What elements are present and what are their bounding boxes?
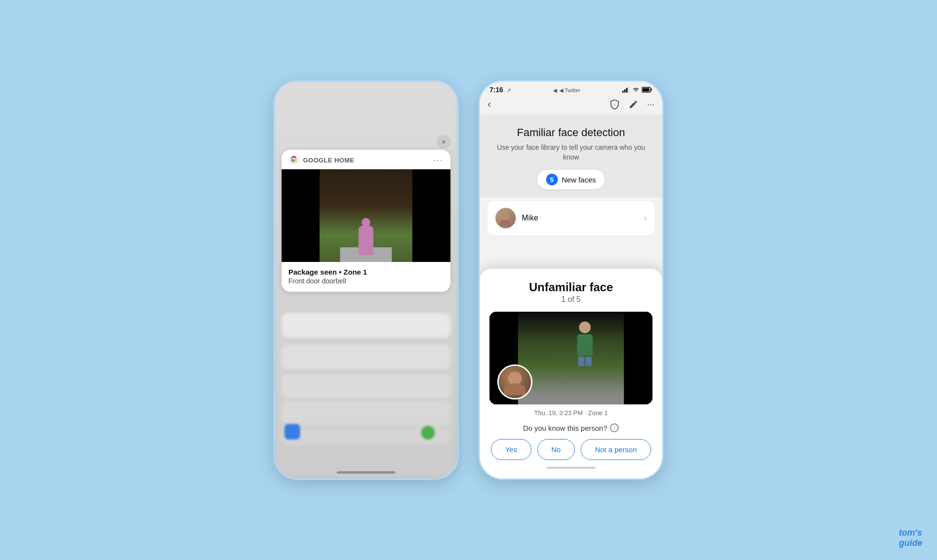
svg-rect-1: [624, 89, 626, 93]
scene-person-body: [577, 334, 593, 356]
modal-title: Unfamiliar face: [489, 280, 652, 294]
right-phone: 7:16 ↗ ◀ ◀ Twitter: [478, 80, 664, 480]
notification-image: [282, 169, 450, 262]
notification-card[interactable]: GOOGLE HOME ··· Package seen •: [282, 150, 450, 292]
scene-person-head: [579, 321, 591, 333]
left-phone: × GOOGLE HOME ···: [273, 80, 459, 480]
notification-header-left: GOOGLE HOME: [288, 155, 354, 165]
notification-subtitle: Front door doorbell: [288, 277, 444, 285]
close-icon: ×: [442, 138, 446, 146]
modal-image: [489, 312, 652, 404]
toms-guide-watermark: tom's guide: [899, 528, 922, 548]
scene-person-leg-right: [586, 357, 592, 366]
notif-left-black: [282, 169, 321, 262]
back-arrow-icon: ◀: [553, 87, 557, 93]
svg-rect-6: [642, 88, 649, 92]
modal-question-text: Do you know this person?: [523, 424, 608, 432]
not-a-person-button[interactable]: Not a person: [581, 439, 651, 460]
nav-actions: i ···: [609, 99, 654, 110]
blur-row-2: [282, 345, 450, 369]
blur-icon-1: [285, 424, 300, 440]
svg-point-8: [502, 212, 509, 220]
blur-row-4: [282, 401, 450, 425]
svg-rect-2: [626, 88, 628, 93]
new-faces-count: 5: [546, 174, 558, 185]
left-phone-inner: × GOOGLE HOME ···: [275, 81, 457, 479]
twitter-back: ◀ ◀ Twitter: [553, 85, 580, 94]
edit-icon[interactable]: [629, 100, 638, 109]
shield-icon[interactable]: i: [609, 99, 620, 110]
scene-person-legs: [578, 357, 592, 366]
modal-timestamp: Thu. 19, 3:23 PM · Zone 1: [489, 409, 652, 417]
new-faces-badge[interactable]: 5 New faces: [537, 170, 605, 189]
svg-point-9: [500, 220, 511, 226]
face-thumb-inner: [499, 366, 531, 398]
person-name-mike: Mike: [522, 214, 538, 222]
scene-person-leg-left: [578, 357, 585, 366]
modal-subtitle: 1 of 5: [489, 295, 652, 304]
right-phone-inner: 7:16 ↗ ◀ ◀ Twitter: [480, 81, 662, 479]
scene: × GOOGLE HOME ···: [273, 80, 664, 480]
modal-center-scene: [518, 312, 624, 404]
modal-actions: Yes No Not a person: [489, 439, 652, 460]
watermark-line2: guide: [899, 538, 922, 548]
google-home-icon: [288, 155, 299, 165]
wifi-icon: [632, 87, 639, 93]
notification-app-name: GOOGLE HOME: [303, 157, 354, 164]
face-thumbnail: [497, 364, 532, 400]
notif-center-scene: [320, 169, 412, 262]
more-options-icon[interactable]: ···: [647, 100, 654, 110]
unfamiliar-face-modal: Unfamiliar face 1 of 5: [480, 269, 662, 479]
svg-text:i: i: [614, 102, 615, 107]
face-detection-subtitle: Use your face library to tell your camer…: [489, 143, 652, 162]
modal-question: Do you know this person? i: [489, 423, 652, 432]
svg-rect-3: [628, 87, 630, 93]
svg-rect-0: [622, 91, 624, 93]
svg-rect-5: [651, 89, 652, 91]
person-silhouette: [359, 226, 373, 255]
signal-icon: [622, 87, 630, 93]
notification-title: Package seen • Zone 1: [288, 268, 444, 276]
new-faces-label: New faces: [562, 176, 596, 184]
home-indicator-right: [547, 467, 595, 469]
mike-avatar-icon: [498, 210, 513, 226]
status-time-group: 7:16 ↗: [489, 85, 511, 94]
notif-right-black: [411, 169, 450, 262]
info-icon[interactable]: i: [610, 423, 619, 432]
status-icons: [622, 87, 652, 93]
navigation-arrow-icon: ↗: [507, 87, 511, 93]
watermark-line1: tom's: [899, 528, 922, 538]
notification-text: Package seen • Zone 1 Front door doorbel…: [282, 262, 450, 292]
chevron-right-icon: ›: [644, 214, 647, 222]
yes-button[interactable]: Yes: [491, 439, 531, 460]
notification-header: GOOGLE HOME ···: [282, 150, 450, 169]
person-row-mike[interactable]: Mike ›: [488, 201, 654, 235]
notification-menu-icon[interactable]: ···: [433, 155, 444, 165]
face-detection-section: Familiar face detection Use your face li…: [480, 115, 662, 197]
top-nav: ‹ i ···: [480, 96, 662, 115]
person-avatar-mike: [495, 208, 516, 228]
status-bar: 7:16 ↗ ◀ ◀ Twitter: [480, 81, 662, 96]
battery-icon: [642, 87, 652, 93]
blur-row-3: [282, 374, 450, 399]
blur-icon-2: [421, 426, 435, 440]
close-button[interactable]: ×: [437, 135, 450, 149]
scene-person: [576, 321, 594, 360]
back-button[interactable]: ‹: [488, 98, 491, 111]
status-time: 7:16: [489, 86, 503, 94]
face-detection-title: Familiar face detection: [489, 126, 652, 139]
blur-row-1: [282, 313, 450, 338]
twitter-label: ◀ Twitter: [559, 87, 580, 93]
home-indicator-left: [337, 471, 395, 474]
no-button[interactable]: No: [537, 439, 575, 460]
